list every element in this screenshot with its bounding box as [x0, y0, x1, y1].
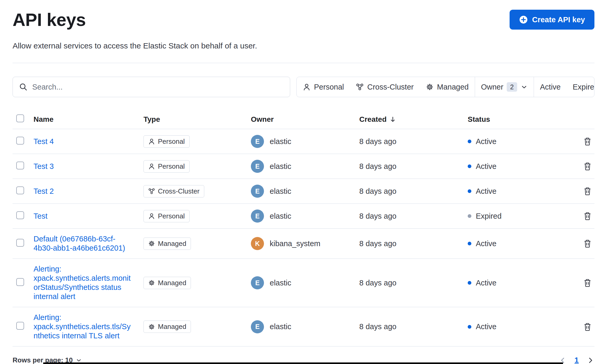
row-checkbox[interactable]	[16, 239, 24, 247]
delete-api-key-button[interactable]	[582, 160, 593, 172]
table-row: Alerting: xpack.synthetics.alerts.monito…	[13, 259, 594, 307]
row-checkbox[interactable]	[16, 162, 24, 169]
page-header: API keys Create API key	[13, 9, 594, 30]
row-checkbox[interactable]	[16, 137, 24, 145]
bottom-bar	[43, 362, 563, 364]
api-key-name-link[interactable]: Test 3	[34, 162, 134, 171]
delete-api-key-button[interactable]	[582, 185, 593, 197]
gear-icon	[148, 240, 155, 247]
owner-name: elastic	[270, 279, 291, 287]
next-page-button[interactable]	[587, 356, 594, 364]
owner-name: kibana_system	[270, 239, 320, 248]
filter-expired[interactable]: Expired	[567, 77, 594, 97]
gear-icon	[148, 323, 155, 330]
owner-avatar: E	[251, 209, 264, 223]
delete-api-key-button[interactable]	[582, 135, 593, 147]
column-header-created[interactable]: Created	[359, 115, 468, 124]
filter-managed[interactable]: Managed	[420, 77, 475, 97]
status-dot	[468, 140, 471, 143]
pagination: 1	[559, 356, 594, 364]
type-badge: Personal	[144, 135, 190, 148]
search-input[interactable]	[32, 83, 284, 91]
table-row: Test 2 Cross-Cluster E elastic 8 days ag…	[13, 179, 594, 204]
delete-api-key-button[interactable]	[582, 238, 593, 249]
trash-icon	[583, 162, 592, 170]
api-key-name-link[interactable]: Test 4	[34, 137, 134, 146]
header-divider	[13, 63, 594, 63]
table-row: Default (0e67686b-63cf-4b30-abb1-a46be61…	[13, 229, 594, 259]
owner-name: elastic	[270, 187, 291, 196]
trash-icon	[583, 322, 592, 331]
status-label: Active	[476, 162, 496, 171]
user-icon	[303, 83, 311, 91]
api-key-name-link[interactable]: Test 2	[34, 187, 134, 196]
user-icon	[148, 163, 155, 170]
type-badge: Personal	[144, 160, 190, 173]
filter-managed-label: Managed	[437, 83, 469, 91]
owner-name: elastic	[270, 322, 291, 331]
filter-owner-label: Owner	[481, 83, 503, 91]
owner-name: elastic	[270, 162, 291, 171]
gear-icon	[426, 83, 434, 91]
created-value: 8 days ago	[359, 137, 468, 146]
page-title: API keys	[13, 9, 86, 30]
type-badge: Managed	[144, 238, 191, 250]
type-badge: Personal	[144, 210, 190, 222]
status-dot	[468, 164, 471, 168]
owner-name: elastic	[270, 137, 291, 146]
type-badge-label: Managed	[158, 240, 186, 248]
column-header-status[interactable]: Status	[468, 115, 576, 124]
filter-personal[interactable]: Personal	[297, 77, 350, 97]
table-header-row: Name Type Owner Created Status	[13, 112, 594, 129]
api-keys-page: API keys Create API key Allow external s…	[0, 0, 607, 364]
owner-avatar: E	[251, 185, 264, 198]
filter-cross-cluster[interactable]: Cross-Cluster	[350, 77, 420, 97]
filter-personal-label: Personal	[314, 83, 344, 91]
row-checkbox[interactable]	[16, 186, 24, 194]
created-value: 8 days ago	[359, 279, 468, 287]
page-number-1[interactable]: 1	[575, 356, 579, 364]
create-api-key-button[interactable]: Create API key	[510, 10, 594, 30]
trash-icon	[583, 239, 592, 248]
delete-api-key-button[interactable]	[582, 321, 593, 333]
type-badge-label: Cross-Cluster	[158, 187, 200, 195]
user-icon	[148, 138, 155, 145]
type-badge-label: Managed	[158, 323, 186, 331]
status-label: Active	[476, 239, 496, 248]
row-checkbox[interactable]	[16, 322, 24, 330]
create-api-key-label: Create API key	[532, 15, 585, 24]
toolbar: Personal Cross-Cluster Managed Owner 2	[13, 77, 594, 97]
api-key-name-link[interactable]: Alerting: xpack.synthetics.alerts.monito…	[34, 264, 134, 301]
column-header-owner[interactable]: Owner	[251, 115, 359, 124]
filter-active[interactable]: Active	[534, 77, 567, 97]
status-dot	[468, 189, 471, 193]
delete-api-key-button[interactable]	[582, 210, 593, 222]
plus-in-circle-icon	[519, 15, 528, 24]
api-key-name-link[interactable]: Alerting: xpack.synthetics.alerts.tls/Sy…	[34, 313, 134, 340]
type-badge-label: Personal	[158, 137, 185, 146]
chevron-right-icon	[587, 356, 594, 364]
api-key-name-link[interactable]: Default (0e67686b-63cf-4b30-abb1-a46be61…	[34, 234, 134, 253]
trash-icon	[583, 278, 592, 287]
row-checkbox[interactable]	[16, 278, 24, 286]
search-box	[13, 77, 290, 97]
chevron-down-icon	[521, 84, 528, 91]
column-header-name[interactable]: Name	[34, 115, 144, 124]
select-all-checkbox[interactable]	[16, 114, 24, 122]
created-value: 8 days ago	[359, 212, 468, 220]
table-row: Test 4 Personal E elastic 8 days ago Act…	[13, 129, 594, 154]
status-label: Active	[476, 279, 496, 287]
created-value: 8 days ago	[359, 322, 468, 331]
sort-descending-icon	[389, 116, 396, 123]
owner-avatar: K	[251, 237, 264, 250]
column-header-type[interactable]: Type	[144, 115, 251, 124]
type-badge: Managed	[144, 277, 191, 289]
filter-owner-dropdown[interactable]: Owner 2	[475, 77, 534, 97]
row-checkbox[interactable]	[16, 211, 24, 219]
filter-cross-cluster-label: Cross-Cluster	[367, 83, 413, 91]
status-label: Active	[476, 187, 496, 196]
table-row: Alerting: xpack.synthetics.alerts.tls/Sy…	[13, 307, 594, 346]
api-key-name-link[interactable]: Test	[34, 212, 134, 221]
delete-api-key-button[interactable]	[582, 277, 593, 289]
owner-count-badge: 2	[507, 82, 517, 92]
